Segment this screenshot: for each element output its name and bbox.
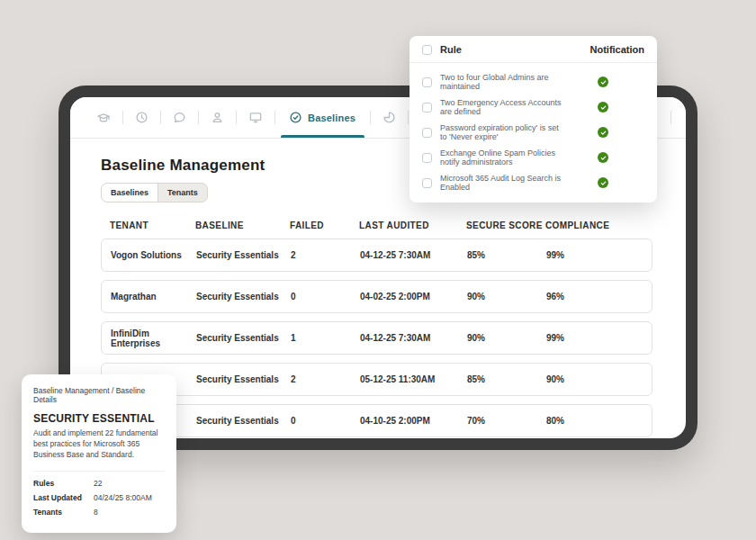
nav-divider [670, 111, 671, 124]
cell-secure-score: 85% [467, 374, 546, 384]
cell-failed: 1 [291, 333, 360, 343]
rule-label: Two Emergency Access Accounts are define… [440, 98, 562, 116]
cell-baseline: Security Essentials [196, 333, 291, 343]
table-row[interactable]: InfiniDim Enterprises Security Essential… [101, 321, 652, 355]
toggle-baselines[interactable]: Baselines [102, 184, 158, 202]
cell-last-audited: 05-12-25 11:30AM [360, 374, 467, 384]
cell-failed: 2 [291, 374, 360, 384]
cell-baseline: Security Essentials [196, 416, 291, 426]
pass-check-icon [598, 177, 608, 188]
cell-baseline: Security Essentials [196, 250, 291, 260]
baseline-details-card: Baseline Management / Baseline Details S… [22, 374, 176, 533]
pass-check-icon [598, 102, 608, 112]
baseline-description: Audit and implement 22 fundamental best … [33, 428, 165, 461]
baseline-title: SECURITY ESSENTIAL [33, 412, 165, 425]
rule-checkbox[interactable] [422, 153, 432, 163]
table-row[interactable]: Vogon Solutions Security Essentials 2 04… [101, 238, 652, 272]
rule-checkbox[interactable] [422, 103, 432, 112]
stat-value: 22 [94, 479, 165, 488]
column-header: SECURE SCORE [466, 220, 545, 230]
stat-label: Rules [33, 479, 94, 488]
rule-checkbox[interactable] [422, 77, 432, 87]
notification-column-header: Notification [562, 44, 644, 55]
table-row[interactable]: Magrathan Security Essentials 0 04-02-25… [101, 280, 652, 313]
column-header: BASELINE [195, 220, 290, 230]
cell-secure-score: 85% [467, 250, 546, 260]
rule-checkbox[interactable] [422, 128, 432, 138]
monitor-icon [249, 112, 262, 123]
nav-item-messages[interactable] [161, 97, 198, 138]
rule-label: Two to four Global Admins are maintained [440, 73, 562, 91]
cell-compliance: 96% [546, 292, 643, 302]
rule-panel: Rule Notification Two to four Global Adm… [410, 36, 657, 202]
cell-last-audited: 04-02-25 2:00PM [360, 292, 467, 302]
rule-label: Password expiration policy' is set to 'N… [440, 123, 562, 141]
rule-label: Exchange Online Spam Policies notify adm… [440, 148, 562, 166]
rule-row[interactable]: Exchange Online Spam Policies notify adm… [410, 145, 657, 170]
rule-row[interactable]: Password expiration policy' is set to 'N… [410, 120, 657, 145]
check-circle-icon [290, 112, 302, 123]
column-header: TENANT [110, 220, 195, 230]
cell-secure-score: 90% [467, 333, 546, 343]
toggle-tenants[interactable]: Tenants [158, 184, 207, 202]
rule-row[interactable]: Microsoft 365 Audit Log Search is Enable… [410, 170, 657, 195]
column-header: FAILED [290, 220, 359, 230]
rule-label: Microsoft 365 Audit Log Search is Enable… [440, 174, 562, 192]
stat-rules: Rules 22 [33, 479, 165, 488]
cell-secure-score: 90% [467, 292, 546, 302]
cell-last-audited: 04-10-25 2:00PM [360, 416, 467, 426]
cell-compliance: 90% [546, 374, 643, 384]
nav-item-reports[interactable] [371, 97, 408, 138]
cell-failed: 0 [291, 292, 360, 302]
stat-label: Tenants [33, 508, 94, 517]
cell-last-audited: 04-12-25 7:30AM [360, 250, 467, 260]
stat-last-updated: Last Updated 04/24/25 8:00AM [33, 493, 165, 502]
graduation-cap-icon [97, 112, 110, 123]
cell-compliance: 99% [546, 333, 643, 343]
cell-baseline: Security Essentials [196, 292, 291, 302]
cell-last-audited: 04-12-25 7:30AM [360, 333, 467, 343]
nav-item-users[interactable] [199, 97, 236, 138]
column-header: LAST AUDITED [359, 220, 466, 230]
cell-baseline: Security Essentials [196, 374, 291, 384]
rule-column-header: Rule [440, 44, 462, 55]
nav-item-devices[interactable] [237, 97, 274, 138]
cell-tenant: InfiniDim Enterprises [111, 328, 196, 348]
rule-panel-header: Rule Notification [410, 36, 657, 63]
stat-value: 04/24/25 8:00AM [94, 493, 165, 502]
pie-chart-icon [383, 112, 395, 123]
tab-baselines-label: Baselines [308, 112, 356, 123]
pass-check-icon [598, 76, 608, 87]
column-header: COMPLIANCE [545, 220, 644, 230]
cell-tenant: Magrathan [111, 292, 196, 302]
nav-item-academy[interactable] [85, 97, 122, 138]
rule-checkbox[interactable] [422, 178, 432, 188]
tenants-table: TENANTBASELINEFAILEDLAST AUDITEDSECURE S… [101, 220, 652, 437]
rule-row[interactable]: Two Emergency Access Accounts are define… [410, 94, 657, 120]
cell-compliance: 80% [546, 416, 643, 426]
stat-label: Last Updated [33, 493, 94, 502]
select-all-checkbox[interactable] [422, 45, 432, 55]
pass-check-icon [598, 127, 608, 138]
table-row[interactable]: Prefect LLC Security Essentials 2 05-12-… [101, 363, 652, 396]
breadcrumb[interactable]: Baseline Management / Baseline Details [33, 386, 165, 404]
cell-secure-score: 70% [467, 416, 546, 426]
table-body: Vogon Solutions Security Essentials 2 04… [101, 238, 652, 437]
table-row[interactable]: Security Essentials 0 04-10-25 2:00PM 70… [101, 404, 652, 437]
stat-tenants: Tenants 8 [33, 508, 165, 517]
user-icon [212, 112, 223, 123]
cell-failed: 2 [291, 250, 360, 260]
table-header-row: TENANTBASELINEFAILEDLAST AUDITEDSECURE S… [101, 220, 652, 230]
pass-check-icon [598, 152, 608, 163]
clock-icon [136, 112, 148, 123]
cell-failed: 0 [291, 416, 360, 426]
rule-rows: Two to four Global Admins are maintained… [410, 63, 657, 195]
view-toggle: Baselines Tenants [101, 183, 208, 202]
nav-item-history[interactable] [123, 97, 160, 138]
baseline-stats: Rules 22 Last Updated 04/24/25 8:00AM Te… [33, 471, 165, 517]
rule-row[interactable]: Two to four Global Admins are maintained [410, 69, 657, 94]
cell-tenant: Vogon Solutions [111, 250, 196, 260]
tab-baselines[interactable]: Baselines [275, 97, 370, 138]
stat-value: 8 [94, 508, 165, 517]
cell-compliance: 99% [546, 250, 643, 260]
